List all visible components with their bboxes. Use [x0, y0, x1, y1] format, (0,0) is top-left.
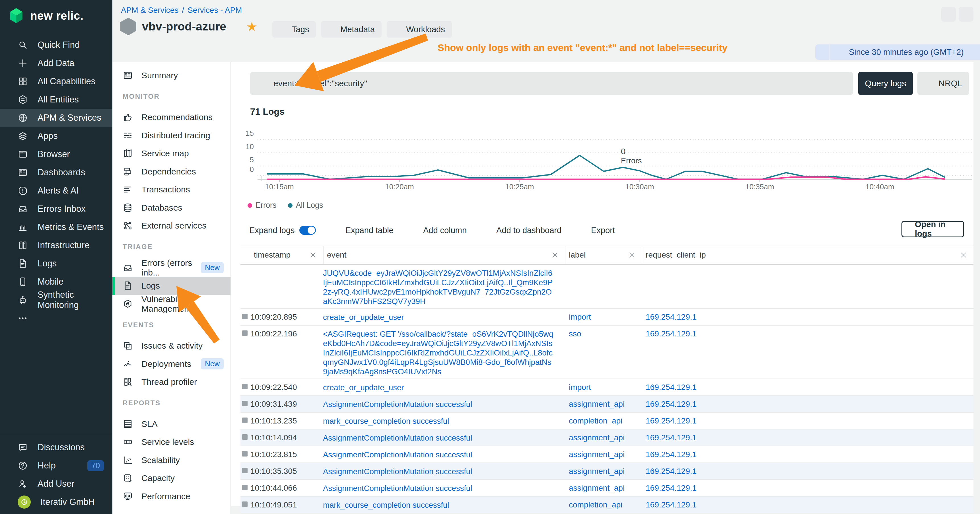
global-nav-item-add-user[interactable]: Add User — [0, 475, 112, 493]
global-nav-item-metrics-events[interactable]: Metrics & Events — [0, 218, 112, 236]
cell-label-link[interactable]: assignment_api — [565, 446, 642, 463]
cell-event-link[interactable]: AssignmentCompletionMutation successful — [323, 396, 565, 412]
cell-event-link[interactable]: AssignmentCompletionMutation successful — [323, 480, 565, 496]
global-nav-item-logs[interactable]: Logs — [0, 255, 112, 273]
expand-logs-switch[interactable] — [299, 226, 316, 235]
row-checkbox[interactable] — [242, 313, 248, 319]
global-nav-item-all-capabilities[interactable]: All Capabilities — [0, 72, 112, 91]
legend-all-logs[interactable]: All Logs — [288, 201, 323, 210]
cell-label-link[interactable]: import — [565, 309, 642, 325]
row-checkbox[interactable] — [242, 501, 248, 507]
local-nav-item-external-services[interactable]: External services — [112, 217, 231, 235]
local-nav-item-summary[interactable]: Summary — [112, 66, 231, 84]
expand-logs-toggle[interactable]: Expand logs — [249, 226, 316, 235]
global-nav-item-iterativ-gmbh[interactable]: Iterativ GmbH — [0, 493, 112, 511]
cell-label-link[interactable]: assignment_api — [565, 396, 642, 412]
cell-request-client-ip-link[interactable]: 169.254.129.1 — [642, 480, 974, 496]
local-nav-item-deployments[interactable]: DeploymentsNew — [112, 355, 231, 373]
breadcrumb-services-apm[interactable]: Services - APM — [188, 6, 242, 15]
row-checkbox[interactable] — [242, 330, 248, 336]
cell-label-link[interactable]: completion_api — [565, 496, 642, 513]
remove-column-request-client-ip-icon[interactable] — [960, 251, 967, 259]
entity-dropdown-caret-icon[interactable] — [231, 24, 239, 32]
cell-label-link[interactable]: completion_api — [565, 413, 642, 429]
global-nav-item-discussions[interactable]: Discussions — [0, 438, 112, 457]
cell-label-link[interactable]: assignment_api — [565, 430, 642, 446]
cell-request-client-ip-link[interactable]: 169.254.129.1 — [642, 326, 974, 379]
cell-label-link[interactable]: import — [565, 379, 642, 395]
local-nav-item-performance[interactable]: Performance — [112, 487, 231, 506]
global-nav-item-infrastructure[interactable]: Infrastructure — [0, 236, 112, 255]
cell-event-link[interactable]: create_or_update_user — [323, 379, 565, 395]
table-row[interactable]: JUQVU&code=eyJraWQiOiJjcGltY29yZV8wOTl1M… — [240, 265, 974, 309]
cell-label-link[interactable]: sso — [565, 326, 642, 379]
logs-timeseries-chart[interactable]: 15105010:15am10:20am10:25am10:30am10:35a… — [245, 126, 974, 193]
clear-search-icon[interactable] — [836, 78, 846, 88]
local-nav-item-thread-profiler[interactable]: Thread profiler — [112, 373, 231, 391]
add-to-dashboard-button[interactable]: Add to dashboard — [483, 226, 562, 235]
cell-event-link[interactable]: JUQVU&code=eyJraWQiOiJjcGltY29yZV8wOTl1M… — [323, 265, 565, 308]
remove-column-event-icon[interactable] — [551, 251, 558, 259]
metadata-button[interactable]: Metadata — [321, 21, 382, 38]
table-row[interactable]: 10:09:20.895create_or_update_userimport1… — [240, 309, 974, 326]
global-nav-item-mobile[interactable]: Mobile — [0, 273, 112, 291]
legend-errors[interactable]: Errors — [248, 201, 277, 210]
cell-request-client-ip-link[interactable]: 169.254.129.1 — [642, 379, 974, 395]
local-nav-item-logs[interactable]: Logs — [112, 277, 231, 295]
local-nav-item-transactions[interactable]: Transactions — [112, 181, 231, 199]
row-checkbox[interactable] — [242, 434, 248, 440]
local-nav-item-dependencies[interactable]: Dependencies — [112, 162, 231, 181]
local-nav-item-databases[interactable]: Databases — [112, 199, 231, 217]
local-nav-item-issues-activity[interactable]: Issues & activity — [112, 337, 231, 355]
cell-request-client-ip-link[interactable]: 169.254.129.1 — [642, 463, 974, 479]
row-checkbox[interactable] — [242, 417, 248, 423]
table-row[interactable]: 10:10:13.235mark_course_completion succe… — [240, 413, 974, 430]
remove-column-label-icon[interactable] — [628, 251, 635, 259]
cell-request-client-ip-link[interactable]: 169.254.129.1 — [642, 309, 974, 325]
time-back-button[interactable] — [815, 45, 829, 60]
table-row[interactable]: 10:10:23.815AssignmentCompletionMutation… — [240, 446, 974, 463]
cell-event-link[interactable]: mark_course_completion successful — [323, 413, 565, 429]
query-logs-button[interactable]: Query logs — [858, 72, 913, 95]
global-nav-item-all-entities[interactable]: All Entities — [0, 91, 112, 109]
column-header-label[interactable]: label — [565, 246, 642, 264]
global-nav-item-errors-inbox[interactable]: Errors Inbox — [0, 200, 112, 218]
chart-options-menu-icon[interactable] — [953, 108, 966, 117]
global-nav-item-alerts-ai[interactable]: Alerts & AI — [0, 181, 112, 200]
breadcrumb-apm-services[interactable]: APM & Services — [121, 6, 178, 15]
global-nav-item-browser[interactable]: Browser — [0, 145, 112, 163]
cell-request-client-ip-link[interactable] — [642, 265, 974, 308]
global-nav-item-help[interactable]: Help70 — [0, 457, 112, 475]
table-row[interactable]: 10:09:31.439AssignmentCompletionMutation… — [240, 396, 974, 413]
global-nav-item-add-data[interactable]: Add Data — [0, 54, 112, 72]
local-nav-item-capacity[interactable]: Capacity — [112, 469, 231, 487]
global-nav-item-more[interactable] — [0, 309, 112, 327]
cell-request-client-ip-link[interactable]: 169.254.129.1 — [642, 446, 974, 463]
local-nav-item-vulnerability-management[interactable]: Vulnerability Management — [112, 295, 231, 313]
row-checkbox[interactable] — [242, 384, 248, 389]
cell-event-link[interactable]: mark_course_completion successful — [323, 496, 565, 513]
cell-event-link[interactable]: <ASGIRequest: GET '/sso/callback/?state=… — [323, 326, 565, 379]
copy-link-button[interactable] — [959, 7, 974, 22]
global-nav-item-quick-find[interactable]: Quick Find — [0, 36, 112, 54]
row-checkbox[interactable] — [242, 401, 248, 406]
cell-label-link[interactable]: assignment_api — [565, 480, 642, 496]
global-nav-item-synthetic-monitoring[interactable]: Synthetic Monitoring — [0, 291, 112, 309]
cell-request-client-ip-link[interactable]: 169.254.129.1 — [642, 396, 974, 412]
table-row[interactable]: 10:09:22.196<ASGIRequest: GET '/sso/call… — [240, 326, 974, 379]
row-checkbox[interactable] — [242, 451, 248, 457]
local-nav-item-errors-errors-inb[interactable]: Errors (errors inb...New — [112, 259, 231, 277]
help-button[interactable] — [941, 7, 956, 22]
local-nav-item-service-map[interactable]: Service map — [112, 145, 231, 163]
table-row[interactable]: 10:10:44.066AssignmentCompletionMutation… — [240, 480, 974, 496]
column-header-event[interactable]: event — [323, 246, 565, 264]
table-row[interactable]: 10:10:14.094AssignmentCompletionMutation… — [240, 430, 974, 446]
column-header-timestamp[interactable]: timestamp — [250, 246, 323, 264]
cell-request-client-ip-link[interactable]: 169.254.129.1 — [642, 413, 974, 429]
nrql-button[interactable]: NRQL — [917, 72, 969, 95]
remove-column-timestamp-icon[interactable] — [309, 251, 317, 259]
logs-search-input[interactable]: event:* -"label":"security" — [250, 72, 853, 95]
local-nav-item-service-levels[interactable]: Service levels — [112, 433, 231, 451]
cell-event-link[interactable]: AssignmentCompletionMutation successful — [323, 463, 565, 479]
cell-label-link[interactable]: assignment_api — [565, 463, 642, 479]
